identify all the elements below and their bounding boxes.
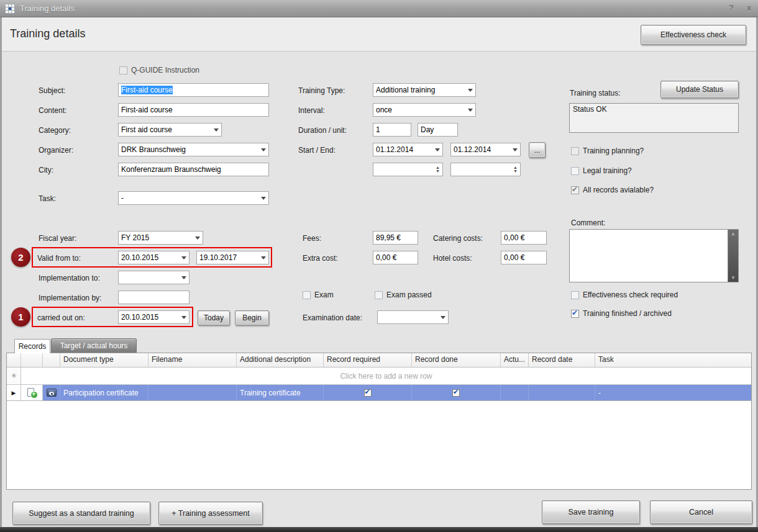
content-input[interactable]: First-aid course: [118, 103, 269, 117]
all-records-available-checkbox[interactable]: All records avialable?: [571, 186, 654, 194]
column-header-task[interactable]: Task: [595, 353, 751, 367]
suggest-standard-training-button[interactable]: Suggest as a standard training: [12, 502, 150, 525]
implementation-to-dropdown[interactable]: [118, 271, 190, 284]
exam-passed-checkbox[interactable]: Exam passed: [375, 291, 432, 299]
cell-record-date[interactable]: [529, 385, 595, 400]
column-header-filename[interactable]: Filename: [148, 353, 237, 367]
chevron-down-icon[interactable]: [435, 148, 440, 151]
city-input[interactable]: Konferenzraum Braunschweig: [118, 163, 269, 176]
cell-actual[interactable]: [501, 385, 529, 400]
view-document-cell[interactable]: [43, 385, 60, 400]
chevron-down-icon[interactable]: [181, 276, 186, 279]
carried-out-on-dropdown[interactable]: 20.10.2015: [118, 310, 190, 324]
fiscal-year-dropdown[interactable]: FY 2015: [118, 231, 203, 245]
training-finished-archived-checkbox[interactable]: Training finished / archived: [571, 309, 672, 318]
training-type-dropdown[interactable]: Additional training: [373, 83, 476, 97]
save-training-button[interactable]: Save training: [542, 500, 640, 524]
start-date-dropdown[interactable]: 01.12.2014: [373, 143, 443, 156]
add-new-row[interactable]: ✳ Click here to add a new row: [7, 367, 751, 385]
chevron-down-icon[interactable]: [181, 256, 186, 259]
category-dropdown[interactable]: First aid course: [118, 123, 222, 137]
attach-document-cell[interactable]: +: [21, 385, 43, 400]
checkbox-icon[interactable]: [119, 66, 127, 74]
task-dropdown[interactable]: -: [118, 191, 269, 205]
hotel-costs-input[interactable]: 0,00 €: [501, 251, 547, 264]
scroll-up-icon[interactable]: ▲: [731, 231, 736, 237]
row-indicator-cell[interactable]: ▶: [7, 385, 21, 400]
date-picker-ellipsis-button[interactable]: ...: [529, 142, 546, 158]
checkbox-icon[interactable]: [375, 291, 383, 299]
valid-from-dropdown[interactable]: 20.10.2015: [118, 251, 190, 264]
begin-button[interactable]: Begin: [235, 310, 269, 325]
spinner-arrows-icon[interactable]: ▲▼: [513, 166, 518, 173]
add-new-row-text[interactable]: Click here to add a new row: [21, 367, 751, 384]
start-time-spinner[interactable]: ▲▼: [373, 163, 443, 176]
chevron-down-icon[interactable]: [441, 316, 445, 319]
end-date-dropdown[interactable]: 01.12.2014: [450, 143, 521, 156]
cell-filename[interactable]: [148, 385, 237, 400]
tab-target-actual-hours[interactable]: Target / actual hours: [51, 338, 137, 353]
titlebar[interactable]: Training details: [0, 0, 758, 17]
column-header-actual[interactable]: Actu...: [501, 353, 529, 367]
legal-training-checkbox[interactable]: Legal training?: [571, 166, 632, 175]
duration-input[interactable]: 1: [373, 123, 411, 137]
checkbox-checked-icon[interactable]: [364, 389, 372, 397]
cancel-button[interactable]: Cancel: [650, 500, 752, 524]
close-icon[interactable]: x: [747, 3, 751, 12]
chevron-down-icon[interactable]: [261, 256, 266, 259]
checkbox-icon[interactable]: [571, 167, 579, 175]
update-status-button[interactable]: Update Status: [660, 81, 739, 98]
chevron-down-icon[interactable]: [195, 237, 200, 240]
scroll-down-icon[interactable]: ▼: [731, 275, 736, 281]
effectiveness-check-required-checkbox[interactable]: Effectiveness check required: [571, 291, 678, 299]
examination-date-dropdown[interactable]: [377, 310, 449, 324]
spinner-arrows-icon[interactable]: ▲▼: [436, 166, 440, 173]
end-time-spinner[interactable]: ▲▼: [450, 163, 521, 176]
column-header-document-type[interactable]: Document type: [60, 353, 148, 367]
today-button[interactable]: Today: [198, 310, 230, 325]
help-icon[interactable]: ?: [729, 3, 734, 12]
chevron-down-icon[interactable]: [181, 316, 186, 319]
exam-checkbox[interactable]: Exam: [303, 291, 334, 299]
column-header-additional-description[interactable]: Additional description: [237, 353, 324, 367]
table-row[interactable]: ▶ + Participation certificate Training c…: [7, 385, 751, 401]
effectiveness-check-button[interactable]: Effectiveness check: [641, 25, 746, 45]
valid-to-dropdown[interactable]: 19.10.2017: [196, 251, 269, 264]
interval-dropdown[interactable]: once: [373, 103, 476, 117]
cell-additional-description[interactable]: Training certificate: [237, 385, 324, 400]
column-header-record-date[interactable]: Record date: [529, 353, 595, 367]
comment-textarea[interactable]: ▲ ▼: [569, 229, 739, 282]
fees-input[interactable]: 89,95 €: [373, 231, 418, 245]
checkbox-checked-icon[interactable]: [571, 310, 579, 318]
column-header-record-required[interactable]: Record required: [324, 353, 412, 367]
cell-record-required[interactable]: [324, 385, 412, 400]
column-header-record-done[interactable]: Record done: [412, 353, 501, 367]
comment-scrollbar[interactable]: ▲ ▼: [728, 230, 738, 282]
checkbox-icon[interactable]: [303, 291, 311, 299]
chevron-down-icon[interactable]: [513, 148, 518, 151]
chevron-down-icon[interactable]: [261, 148, 266, 151]
subject-input[interactable]: First-aid course: [118, 83, 269, 97]
chevron-down-icon[interactable]: [261, 197, 266, 200]
duration-unit-input[interactable]: Day: [418, 123, 458, 137]
cell-document-type[interactable]: Participation certificate: [60, 385, 148, 400]
checkbox-icon[interactable]: [571, 291, 579, 299]
tab-records[interactable]: Records: [14, 339, 50, 353]
checkbox-checked-icon[interactable]: [452, 389, 460, 397]
checkbox-checked-icon[interactable]: [571, 186, 579, 194]
chevron-down-icon[interactable]: [214, 128, 219, 132]
training-planning-checkbox[interactable]: Training planning?: [571, 147, 644, 155]
qguide-instruction-checkbox[interactable]: Q-GUIDE Instruction: [119, 66, 199, 74]
chevron-down-icon[interactable]: [468, 89, 473, 92]
cell-task[interactable]: -: [595, 385, 751, 400]
view-document-icon[interactable]: [47, 389, 57, 397]
implementation-by-input[interactable]: [118, 291, 190, 304]
extra-cost-input[interactable]: 0,00 €: [373, 251, 418, 264]
add-document-icon[interactable]: +: [27, 388, 37, 398]
cell-record-done[interactable]: [412, 385, 501, 400]
organizer-dropdown[interactable]: DRK Braunschweig: [118, 143, 269, 156]
chevron-down-icon[interactable]: [468, 109, 473, 112]
checkbox-icon[interactable]: [571, 147, 579, 155]
training-assessment-button[interactable]: + Training assessment: [158, 502, 263, 525]
catering-costs-input[interactable]: 0,00 €: [501, 231, 547, 245]
